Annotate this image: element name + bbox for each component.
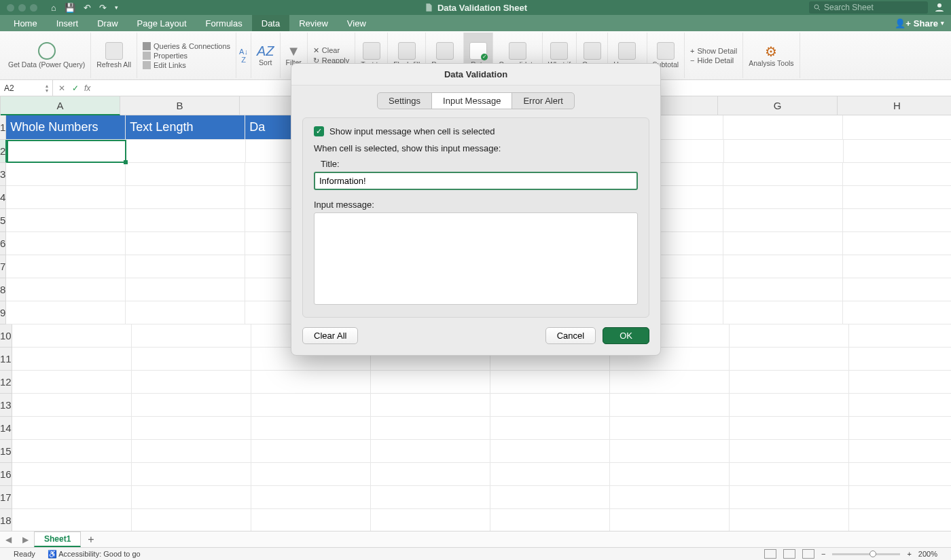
cell[interactable] — [849, 324, 951, 348]
row-header[interactable]: 13 — [0, 394, 12, 417]
cell[interactable] — [849, 463, 951, 486]
cell[interactable] — [843, 115, 951, 140]
row-header[interactable]: 6 — [0, 232, 6, 255]
cell[interactable] — [610, 417, 730, 440]
row-header[interactable]: 9 — [0, 301, 6, 324]
column-header[interactable]: G — [718, 96, 838, 115]
ribbon-hide-detail[interactable]: −Hide Detail — [690, 56, 734, 65]
title-input[interactable] — [314, 172, 638, 190]
clear-all-button[interactable]: Clear All — [302, 327, 358, 344]
cell[interactable] — [132, 463, 251, 486]
cell[interactable] — [6, 278, 126, 301]
save-icon[interactable]: 💾 — [65, 3, 75, 13]
share-button[interactable]: 👤+ Share ▾ — [895, 18, 951, 29]
cell[interactable] — [126, 186, 245, 209]
cell[interactable] — [849, 417, 951, 440]
undo-icon[interactable]: ↶ — [84, 3, 91, 13]
cell[interactable] — [849, 348, 951, 371]
cell[interactable] — [126, 232, 245, 255]
row-header[interactable]: 8 — [0, 278, 6, 301]
cell[interactable] — [610, 440, 730, 463]
tab-view[interactable]: View — [338, 15, 376, 31]
cell[interactable] — [490, 417, 610, 440]
row-header[interactable]: 5 — [0, 209, 6, 232]
column-header[interactable]: A — [1, 96, 120, 115]
ribbon-queries[interactable]: Queries & Connections — [143, 41, 230, 51]
cancel-button[interactable]: Cancel — [545, 327, 596, 344]
dialog-tab-error-alert[interactable]: Error Alert — [512, 93, 574, 109]
cell[interactable] — [371, 509, 490, 532]
cell[interactable] — [132, 324, 251, 348]
row-header[interactable]: 15 — [0, 440, 12, 463]
column-header[interactable]: B — [120, 96, 240, 115]
ribbon-sort-az[interactable]: A↓Z — [236, 33, 251, 78]
cell[interactable]: Whole Numbers — [6, 115, 126, 140]
cell[interactable] — [371, 463, 490, 486]
zoom-out-button[interactable]: − — [821, 550, 825, 558]
cell[interactable] — [251, 463, 371, 486]
row-header[interactable]: 3 — [0, 163, 6, 186]
cell[interactable] — [730, 371, 849, 394]
cell[interactable] — [6, 232, 126, 255]
cell[interactable] — [724, 140, 844, 163]
dialog-tab-input-message[interactable]: Input Message — [432, 93, 512, 109]
search-sheet-input[interactable]: Search Sheet — [809, 1, 928, 14]
status-accessibility[interactable]: ♿ Accessibility: Good to go — [48, 550, 141, 559]
cell[interactable] — [251, 371, 371, 394]
user-avatar-icon[interactable] — [933, 1, 946, 14]
cell[interactable] — [610, 486, 730, 509]
row-header[interactable]: 17 — [0, 486, 12, 509]
cell[interactable] — [843, 232, 951, 255]
cell[interactable] — [730, 394, 849, 417]
cell[interactable] — [490, 486, 610, 509]
cell[interactable] — [126, 140, 246, 163]
row-header[interactable]: 11 — [0, 348, 12, 371]
row-header[interactable]: 4 — [0, 186, 6, 209]
zoom-level[interactable]: 200% — [918, 550, 937, 558]
cell[interactable] — [844, 140, 951, 163]
cell[interactable] — [371, 440, 490, 463]
cell[interactable] — [730, 324, 849, 348]
view-page-layout-icon[interactable] — [783, 549, 795, 559]
cell[interactable] — [7, 140, 126, 163]
ok-button[interactable]: OK — [603, 327, 649, 344]
row-header[interactable]: 2 — [0, 140, 7, 163]
cell[interactable] — [6, 209, 126, 232]
tab-review[interactable]: Review — [289, 15, 338, 31]
cell[interactable] — [730, 440, 849, 463]
row-header[interactable]: 7 — [0, 255, 6, 278]
cell[interactable] — [849, 371, 951, 394]
cell[interactable] — [610, 371, 730, 394]
cell[interactable] — [843, 186, 951, 209]
view-page-break-icon[interactable] — [802, 549, 814, 559]
cell[interactable] — [723, 301, 843, 324]
cell[interactable] — [610, 463, 730, 486]
name-box[interactable]: A2▴▾ — [0, 80, 53, 96]
cell[interactable] — [849, 486, 951, 509]
tab-home[interactable]: Home — [4, 15, 47, 31]
cell[interactable] — [843, 301, 951, 324]
row-header[interactable]: 12 — [0, 371, 12, 394]
cell[interactable] — [371, 394, 490, 417]
tab-formulas[interactable]: Formulas — [196, 15, 252, 31]
cell[interactable] — [6, 301, 126, 324]
cell[interactable] — [730, 463, 849, 486]
cell[interactable] — [849, 509, 951, 532]
cell[interactable] — [6, 163, 126, 186]
cell[interactable] — [126, 278, 245, 301]
cell[interactable] — [490, 440, 610, 463]
sheet-nav-next[interactable]: ▶ — [17, 535, 34, 544]
cell[interactable] — [371, 417, 490, 440]
tab-page-layout[interactable]: Page Layout — [128, 15, 196, 31]
cell[interactable] — [126, 301, 245, 324]
cell[interactable] — [723, 278, 843, 301]
ribbon-analysis[interactable]: ⚙Analysis Tools — [743, 33, 800, 78]
home-icon[interactable]: ⌂ — [51, 3, 56, 13]
cell[interactable] — [730, 509, 849, 532]
dialog-tab-settings[interactable]: Settings — [378, 93, 432, 109]
cell[interactable] — [723, 115, 843, 140]
cell[interactable] — [490, 394, 610, 417]
cell[interactable] — [730, 417, 849, 440]
tab-insert[interactable]: Insert — [47, 15, 88, 31]
cell[interactable] — [12, 348, 132, 371]
